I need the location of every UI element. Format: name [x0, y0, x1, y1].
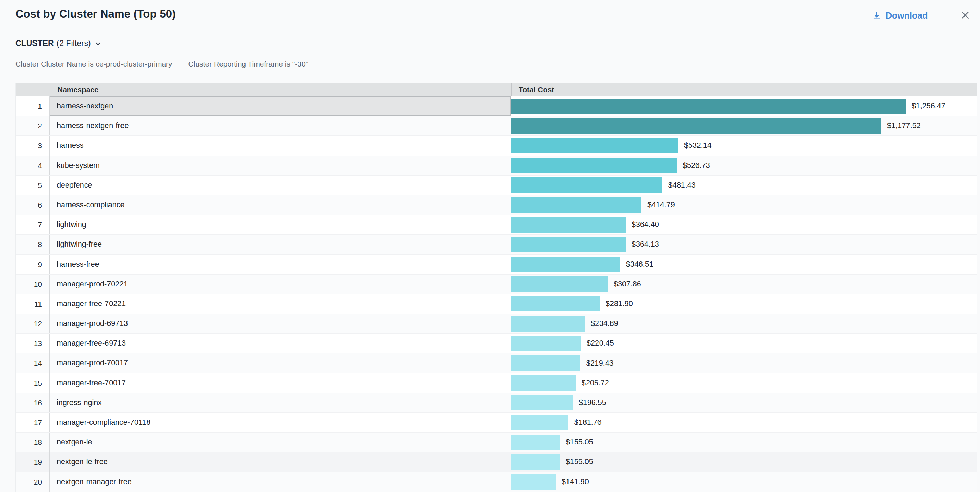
total-cost-cell: $526.73 — [511, 156, 977, 175]
cost-value-label: $1,177.52 — [887, 121, 921, 130]
total-cost-cell: $414.79 — [511, 195, 977, 215]
total-cost-cell: $346.51 — [511, 255, 977, 274]
namespace-cell[interactable]: harness-compliance — [50, 195, 511, 215]
table-row[interactable]: 2 harness-nextgen-free $1,177.52 — [16, 116, 977, 136]
table-row[interactable]: 8 lightwing-free $364.13 — [16, 235, 977, 254]
row-index: 1 — [16, 97, 50, 116]
total-cost-cell: $141.90 — [511, 472, 977, 492]
table-row[interactable]: 13 manager-free-69713 $220.45 — [16, 333, 977, 353]
namespace-cell[interactable]: manager-free-69713 — [50, 333, 511, 353]
row-index: 16 — [16, 393, 50, 413]
applied-filter-timeframe: Cluster Reporting Timeframe is "-30" — [188, 60, 309, 68]
table-row[interactable]: 19 nextgen-le-free $155.05 — [16, 452, 977, 472]
row-index: 5 — [16, 176, 50, 195]
cost-bar — [511, 98, 906, 114]
namespace-cell[interactable]: kube-system — [50, 156, 511, 175]
cost-bar — [511, 296, 600, 311]
row-index: 8 — [16, 235, 50, 254]
cost-bar — [511, 435, 560, 450]
total-cost-cell: $205.72 — [511, 373, 977, 393]
table-row[interactable]: 20 nextgen-manager-free $141.90 — [16, 472, 977, 492]
row-index: 18 — [16, 433, 50, 452]
cost-bar — [511, 356, 580, 371]
row-index: 17 — [16, 413, 50, 432]
cost-bar — [511, 118, 881, 134]
total-cost-cell: $364.13 — [511, 235, 977, 254]
namespace-cell[interactable]: ingress-nginx — [50, 393, 511, 413]
total-cost-cell: $1,177.52 — [511, 116, 977, 135]
namespace-cell[interactable]: nextgen-le — [50, 433, 511, 452]
table-row[interactable]: 17 manager-compliance-70118 $181.76 — [16, 413, 977, 433]
table-row[interactable]: 14 manager-prod-70017 $219.43 — [16, 353, 977, 373]
namespace-cell[interactable]: manager-free-70017 — [50, 373, 511, 393]
row-index: 12 — [16, 314, 50, 333]
cost-value-label: $219.43 — [586, 359, 614, 368]
table-row[interactable]: 10 manager-prod-70221 $307.86 — [16, 275, 977, 294]
total-cost-cell: $196.55 — [511, 393, 977, 413]
cost-bar — [511, 336, 581, 351]
cost-bar — [511, 454, 560, 470]
close-icon — [960, 10, 970, 21]
namespace-cell[interactable]: lightwing-free — [50, 235, 511, 254]
cost-value-label: $307.86 — [614, 280, 641, 289]
table-row[interactable]: 4 kube-system $526.73 — [16, 156, 977, 176]
close-button[interactable] — [959, 9, 972, 22]
download-button[interactable]: Download — [872, 11, 928, 21]
namespace-cell[interactable]: harness — [50, 136, 511, 155]
row-index: 14 — [16, 353, 50, 373]
cost-bar — [511, 395, 573, 410]
filter-count-label: (2 Filters) — [57, 39, 91, 48]
cost-value-label: $155.05 — [566, 438, 593, 447]
cost-value-label: $141.90 — [562, 478, 589, 486]
namespace-cell[interactable]: manager-free-70221 — [50, 294, 511, 314]
table-row[interactable]: 18 nextgen-le $155.05 — [16, 433, 977, 452]
column-header-total-cost[interactable]: Total Cost — [511, 83, 977, 96]
row-index: 2 — [16, 116, 50, 135]
chevron-down-icon — [94, 40, 102, 47]
cost-value-label: $364.40 — [632, 220, 659, 229]
total-cost-cell: $281.90 — [511, 294, 977, 314]
namespace-cell[interactable]: nextgen-le-free — [50, 452, 511, 471]
cost-bar — [511, 178, 662, 193]
cluster-filters-toggle[interactable]: CLUSTER (2 Filters) — [16, 39, 102, 48]
column-header-index — [16, 83, 50, 96]
cost-value-label: $1,256.47 — [912, 102, 945, 111]
table-row[interactable]: 11 manager-free-70221 $281.90 — [16, 294, 977, 314]
cost-value-label: $481.43 — [668, 181, 696, 190]
namespace-cell[interactable]: nextgen-manager-free — [50, 472, 511, 492]
total-cost-cell: $155.05 — [511, 433, 977, 452]
table-row[interactable]: 3 harness $532.14 — [16, 136, 977, 156]
cost-value-label: $532.14 — [684, 141, 711, 150]
table-row[interactable]: 16 ingress-nginx $196.55 — [16, 393, 977, 413]
namespace-cell[interactable]: deepfence — [50, 176, 511, 195]
namespace-cell[interactable]: manager-prod-70017 — [50, 353, 511, 373]
namespace-cell[interactable]: manager-compliance-70118 — [50, 413, 511, 432]
total-cost-cell: $1,256.47 — [511, 97, 977, 116]
table-row[interactable]: 12 manager-prod-69713 $234.89 — [16, 314, 977, 333]
table-row[interactable]: 9 harness-free $346.51 — [16, 255, 977, 275]
table-row[interactable]: 5 deepfence $481.43 — [16, 176, 977, 195]
table-row[interactable]: 15 manager-free-70017 $205.72 — [16, 373, 977, 393]
download-label: Download — [886, 11, 928, 21]
row-index: 3 — [16, 136, 50, 155]
cost-value-label: $220.45 — [587, 339, 614, 348]
namespace-cell[interactable]: lightwing — [50, 215, 511, 234]
cost-bar — [511, 276, 608, 292]
namespace-cell[interactable]: manager-prod-69713 — [50, 314, 511, 333]
table-row[interactable]: 7 lightwing $364.40 — [16, 215, 977, 235]
cost-bar — [511, 257, 620, 272]
cost-value-label: $414.79 — [648, 201, 675, 209]
namespace-cell[interactable]: harness-nextgen — [50, 97, 511, 116]
total-cost-cell: $220.45 — [511, 333, 977, 353]
row-index: 9 — [16, 255, 50, 274]
table-row[interactable]: 6 harness-compliance $414.79 — [16, 195, 977, 215]
row-index: 4 — [16, 156, 50, 175]
namespace-cell[interactable]: harness-nextgen-free — [50, 116, 511, 135]
row-index: 20 — [16, 472, 50, 492]
table-header-row: Namespace Total Cost — [16, 83, 977, 97]
table-row[interactable]: 1 harness-nextgen $1,256.47 — [16, 97, 977, 116]
namespace-cell[interactable]: manager-prod-70221 — [50, 275, 511, 294]
namespace-cell[interactable]: harness-free — [50, 255, 511, 274]
total-cost-cell: $307.86 — [511, 275, 977, 294]
column-header-namespace[interactable]: Namespace — [50, 83, 511, 96]
